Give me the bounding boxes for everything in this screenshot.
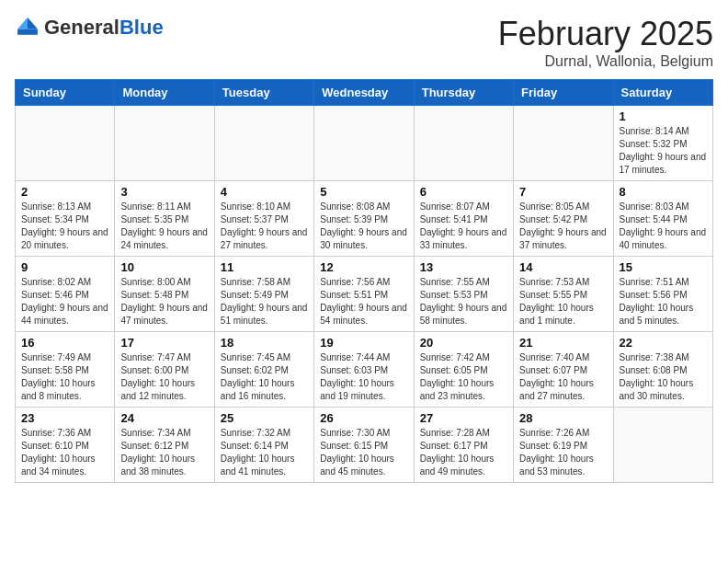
day-info: Sunrise: 7:26 AM Sunset: 6:19 PM Dayligh…	[519, 427, 607, 478]
day-info: Sunrise: 7:42 AM Sunset: 6:05 PM Dayligh…	[420, 351, 507, 403]
day-cell: 17Sunrise: 7:47 AM Sunset: 6:00 PM Dayli…	[115, 332, 214, 408]
day-number: 23	[21, 411, 108, 425]
page-header: General Blue February 2025 Durnal, Wallo…	[15, 15, 713, 70]
weekday-header-sunday: Sunday	[16, 80, 115, 106]
day-number: 21	[519, 336, 607, 350]
day-number: 5	[320, 185, 407, 199]
day-info: Sunrise: 8:00 AM Sunset: 5:48 PM Dayligh…	[120, 276, 208, 327]
day-cell: 16Sunrise: 7:49 AM Sunset: 5:58 PM Dayli…	[16, 332, 115, 408]
day-number: 17	[120, 336, 208, 350]
day-info: Sunrise: 8:13 AM Sunset: 5:34 PM Dayligh…	[21, 201, 108, 252]
svg-marker-0	[28, 17, 38, 29]
day-cell: 27Sunrise: 7:28 AM Sunset: 6:17 PM Dayli…	[414, 408, 513, 483]
weekday-header-monday: Monday	[115, 80, 214, 106]
day-cell: 12Sunrise: 7:56 AM Sunset: 5:51 PM Dayli…	[314, 257, 414, 332]
day-info: Sunrise: 7:45 AM Sunset: 6:02 PM Dayligh…	[221, 351, 308, 403]
day-cell: 8Sunrise: 8:03 AM Sunset: 5:44 PM Daylig…	[613, 181, 712, 257]
day-number: 20	[420, 336, 507, 350]
weekday-header-row: SundayMondayTuesdayWednesdayThursdayFrid…	[16, 80, 713, 106]
day-number: 28	[519, 411, 607, 425]
week-row-5: 23Sunrise: 7:36 AM Sunset: 6:10 PM Dayli…	[16, 408, 713, 483]
calendar-title: February 2025	[498, 15, 713, 53]
weekday-header-saturday: Saturday	[613, 80, 712, 106]
day-info: Sunrise: 7:53 AM Sunset: 5:55 PM Dayligh…	[519, 276, 607, 327]
weekday-header-friday: Friday	[514, 80, 613, 106]
day-info: Sunrise: 7:55 AM Sunset: 5:53 PM Dayligh…	[420, 276, 507, 327]
day-info: Sunrise: 7:40 AM Sunset: 6:07 PM Dayligh…	[519, 351, 607, 403]
day-number: 9	[21, 260, 108, 274]
day-cell	[16, 106, 115, 181]
day-number: 7	[519, 185, 607, 199]
day-number: 19	[320, 336, 407, 350]
day-info: Sunrise: 7:38 AM Sunset: 6:08 PM Dayligh…	[620, 351, 707, 403]
day-info: Sunrise: 8:14 AM Sunset: 5:32 PM Dayligh…	[620, 125, 707, 177]
svg-rect-2	[17, 29, 38, 35]
day-info: Sunrise: 8:11 AM Sunset: 5:35 PM Dayligh…	[120, 201, 208, 252]
day-number: 26	[320, 411, 407, 425]
day-info: Sunrise: 8:07 AM Sunset: 5:41 PM Dayligh…	[420, 201, 507, 252]
title-block: February 2025 Durnal, Wallonia, Belgium	[498, 15, 713, 70]
day-info: Sunrise: 7:44 AM Sunset: 6:03 PM Dayligh…	[320, 351, 407, 403]
day-number: 10	[120, 260, 208, 274]
day-number: 22	[620, 336, 707, 350]
day-cell	[414, 106, 513, 181]
week-row-3: 9Sunrise: 8:02 AM Sunset: 5:46 PM Daylig…	[16, 257, 713, 332]
logo-blue-text: Blue	[119, 17, 164, 38]
day-cell: 11Sunrise: 7:58 AM Sunset: 5:49 PM Dayli…	[214, 257, 313, 332]
day-cell: 23Sunrise: 7:36 AM Sunset: 6:10 PM Dayli…	[16, 408, 115, 483]
day-number: 1	[620, 109, 707, 123]
day-cell: 26Sunrise: 7:30 AM Sunset: 6:15 PM Dayli…	[314, 408, 414, 483]
day-cell: 1Sunrise: 8:14 AM Sunset: 5:32 PM Daylig…	[613, 106, 712, 181]
day-cell: 6Sunrise: 8:07 AM Sunset: 5:41 PM Daylig…	[414, 181, 513, 257]
day-cell: 4Sunrise: 8:10 AM Sunset: 5:37 PM Daylig…	[214, 181, 313, 257]
day-cell	[613, 408, 712, 483]
day-cell	[214, 106, 313, 181]
day-cell: 9Sunrise: 8:02 AM Sunset: 5:46 PM Daylig…	[16, 257, 115, 332]
day-number: 25	[221, 411, 308, 425]
day-cell: 15Sunrise: 7:51 AM Sunset: 5:56 PM Dayli…	[613, 257, 712, 332]
day-number: 4	[221, 185, 308, 199]
day-info: Sunrise: 7:56 AM Sunset: 5:51 PM Dayligh…	[320, 276, 407, 327]
day-cell	[514, 106, 613, 181]
day-cell	[314, 106, 414, 181]
day-number: 16	[21, 336, 108, 350]
logo-general-text: General	[44, 17, 119, 38]
day-number: 6	[420, 185, 507, 199]
day-info: Sunrise: 8:03 AM Sunset: 5:44 PM Dayligh…	[620, 201, 707, 252]
day-cell: 18Sunrise: 7:45 AM Sunset: 6:02 PM Dayli…	[214, 332, 313, 408]
day-cell: 20Sunrise: 7:42 AM Sunset: 6:05 PM Dayli…	[414, 332, 513, 408]
day-number: 13	[420, 260, 507, 274]
day-info: Sunrise: 8:08 AM Sunset: 5:39 PM Dayligh…	[320, 201, 407, 252]
day-info: Sunrise: 7:51 AM Sunset: 5:56 PM Dayligh…	[620, 276, 707, 327]
day-info: Sunrise: 8:05 AM Sunset: 5:42 PM Dayligh…	[519, 201, 607, 252]
day-cell: 7Sunrise: 8:05 AM Sunset: 5:42 PM Daylig…	[514, 181, 613, 257]
logo-icon	[15, 15, 40, 40]
day-number: 27	[420, 411, 507, 425]
day-number: 18	[221, 336, 308, 350]
day-info: Sunrise: 7:32 AM Sunset: 6:14 PM Dayligh…	[221, 427, 308, 478]
day-number: 14	[519, 260, 607, 274]
day-cell: 25Sunrise: 7:32 AM Sunset: 6:14 PM Dayli…	[214, 408, 313, 483]
day-info: Sunrise: 7:30 AM Sunset: 6:15 PM Dayligh…	[320, 427, 407, 478]
day-cell: 14Sunrise: 7:53 AM Sunset: 5:55 PM Dayli…	[514, 257, 613, 332]
day-number: 8	[620, 185, 707, 199]
day-cell: 24Sunrise: 7:34 AM Sunset: 6:12 PM Dayli…	[115, 408, 214, 483]
day-info: Sunrise: 8:02 AM Sunset: 5:46 PM Dayligh…	[21, 276, 108, 327]
logo: General Blue	[15, 15, 164, 40]
day-number: 15	[620, 260, 707, 274]
day-number: 3	[120, 185, 208, 199]
svg-marker-1	[17, 17, 28, 29]
weekday-header-tuesday: Tuesday	[214, 80, 313, 106]
day-cell: 19Sunrise: 7:44 AM Sunset: 6:03 PM Dayli…	[314, 332, 414, 408]
day-number: 12	[320, 260, 407, 274]
day-cell: 21Sunrise: 7:40 AM Sunset: 6:07 PM Dayli…	[514, 332, 613, 408]
day-info: Sunrise: 7:47 AM Sunset: 6:00 PM Dayligh…	[120, 351, 208, 403]
day-cell: 10Sunrise: 8:00 AM Sunset: 5:48 PM Dayli…	[115, 257, 214, 332]
day-info: Sunrise: 7:49 AM Sunset: 5:58 PM Dayligh…	[21, 351, 108, 403]
day-cell: 5Sunrise: 8:08 AM Sunset: 5:39 PM Daylig…	[314, 181, 414, 257]
day-info: Sunrise: 8:10 AM Sunset: 5:37 PM Dayligh…	[221, 201, 308, 252]
day-cell: 13Sunrise: 7:55 AM Sunset: 5:53 PM Dayli…	[414, 257, 513, 332]
calendar-subtitle: Durnal, Wallonia, Belgium	[498, 53, 713, 70]
week-row-2: 2Sunrise: 8:13 AM Sunset: 5:34 PM Daylig…	[16, 181, 713, 257]
weekday-header-thursday: Thursday	[414, 80, 513, 106]
